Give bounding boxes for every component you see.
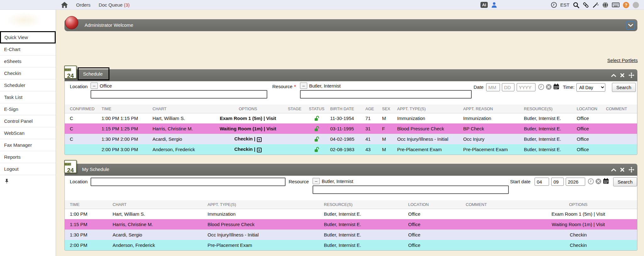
column-header-resources[interactable]: RESOURCE(S) <box>323 200 407 209</box>
date-yyyy-input[interactable] <box>517 83 536 91</box>
calendar-picker-icon[interactable] <box>553 83 559 91</box>
options-links[interactable]: Checkin <box>570 232 587 237</box>
search-icon[interactable] <box>573 2 579 8</box>
column-header-time[interactable]: TIME <box>65 200 111 209</box>
schedule-search-button[interactable]: Search <box>612 83 636 92</box>
table-row[interactable]: 1:15 PMHarris, Christine M.Blood Pressur… <box>65 219 637 230</box>
options-links[interactable]: Waiting Room (1m) | Visit <box>219 126 276 131</box>
sidebar-item-control-panel[interactable]: Control Panel <box>0 115 56 127</box>
options-links[interactable]: Exam Room 1 (5m) | Visit <box>220 116 276 121</box>
column-header-chart[interactable]: CHART <box>151 105 211 113</box>
plus-box-icon[interactable]: + <box>257 137 262 142</box>
unlocked-padlock-icon[interactable] <box>314 115 319 121</box>
location-input[interactable] <box>91 178 286 186</box>
column-header-chart[interactable]: CHART <box>111 200 206 209</box>
nav-doc-queue[interactable]: Doc Queue (3) <box>99 2 130 8</box>
collapse-portlet-icon[interactable] <box>611 74 616 77</box>
column-header-birth_date[interactable]: BIRTH DATE <box>329 105 364 113</box>
location-input[interactable] <box>91 90 267 99</box>
move-portlet-icon[interactable] <box>629 167 634 173</box>
close-portlet-icon[interactable] <box>620 168 624 172</box>
user-icon[interactable] <box>491 2 497 8</box>
clear-date-icon[interactable] <box>546 84 552 91</box>
clock-icon[interactable] <box>551 2 557 8</box>
select-portlets-link[interactable]: Select Portlets <box>607 58 638 63</box>
resource-collapse-button[interactable]: – <box>300 82 307 89</box>
pin-sidebar-button[interactable] <box>0 175 56 188</box>
column-header-sex[interactable]: SEX <box>381 105 396 113</box>
table-row[interactable]: 1:30 PMAcardi, SergioOcc Injury/Illness … <box>65 230 637 240</box>
column-header-location[interactable]: LOCATION <box>407 200 464 209</box>
unlocked-padlock-icon[interactable] <box>314 126 319 131</box>
keyboard-icon[interactable] <box>612 3 619 7</box>
sidebar-item-logout[interactable]: Logout <box>0 163 56 175</box>
time-picker-icon[interactable] <box>538 84 544 91</box>
sidebar-item-quick-view[interactable]: Quick View <box>0 31 56 43</box>
location-collapse-button[interactable]: – <box>91 82 98 89</box>
sidebar-item-reports[interactable]: Reports <box>0 151 56 163</box>
help-icon[interactable]: ? <box>623 2 629 8</box>
sidebar-item-esheets[interactable]: eSheets <box>0 55 56 67</box>
table-row[interactable]: C1:30 PM 2:00 PMAcardi, SergioCheckin |+… <box>65 134 637 144</box>
table-row[interactable]: 2:00 PMAnderson, FrederickPre-Placement … <box>65 240 637 250</box>
sidebar-item-webscan[interactable]: WebScan <box>0 127 56 139</box>
ai-badge[interactable]: AI <box>480 2 488 8</box>
my-schedule-search-button[interactable]: Search <box>613 177 637 186</box>
options-links[interactable]: Checkin | <box>234 136 255 141</box>
column-header-location[interactable]: LOCATION <box>575 105 605 113</box>
column-header-comment[interactable]: COMMENT <box>464 200 519 209</box>
table-row[interactable]: C1:15 PM 1:25 PMHarris, Christine M.Wait… <box>65 123 637 134</box>
sidebar-item-e-sign[interactable]: E-Sign <box>0 103 56 115</box>
sidebar-item-task-list[interactable]: Task List <box>0 91 56 103</box>
options-links[interactable]: Waiting Room (1m) | Visit <box>552 222 605 227</box>
collapse-portlet-icon[interactable] <box>611 168 616 171</box>
resource-input[interactable] <box>300 90 472 99</box>
column-header-appt_reason[interactable]: APPT. REASON <box>462 105 523 113</box>
options-links[interactable]: Checkin <box>570 242 587 248</box>
status-circle-icon[interactable] <box>633 2 639 8</box>
time-select[interactable]: All Day <box>576 83 605 92</box>
clear-date-icon[interactable] <box>595 178 602 186</box>
link-icon[interactable] <box>583 2 589 8</box>
resource-input[interactable] <box>313 185 509 194</box>
plus-box-icon[interactable]: + <box>257 148 262 152</box>
unlocked-padlock-icon[interactable] <box>314 136 319 141</box>
welcome-collapse-button[interactable] <box>626 21 635 30</box>
column-header-resources[interactable]: RESOURCE(S) <box>523 105 575 113</box>
column-header-confirmed[interactable]: CONFIRMED <box>65 105 100 113</box>
table-row[interactable]: C1:00 PM 1:15 PMHart, William S.Exam Roo… <box>65 113 637 123</box>
date-mm-input[interactable] <box>486 83 500 91</box>
unlocked-padlock-icon[interactable] <box>314 146 319 152</box>
start-mm-input[interactable] <box>535 178 549 186</box>
start-yyyy-input[interactable] <box>566 178 585 186</box>
table-row[interactable]: 2:00 PM 3:00 PMAnderson, FrederickChecki… <box>65 144 637 155</box>
sidebar-item-checkin[interactable]: Checkin <box>0 67 56 79</box>
column-header-appt_types[interactable]: APPT. TYPE(S) <box>206 200 323 209</box>
column-header-status[interactable]: STATUS <box>304 105 329 113</box>
sidebar-item-e-chart[interactable]: E-Chart <box>0 43 56 55</box>
date-dd-input[interactable] <box>502 83 514 91</box>
options-links[interactable]: Exam Room 1 (5m) | Visit <box>552 211 605 217</box>
cell-appt_types: Blood Pressure Check <box>206 219 323 230</box>
home-icon[interactable] <box>61 2 68 8</box>
table-row[interactable]: 1:00 PMHart, William S.ImmunizationButle… <box>65 209 637 219</box>
column-header-appt_types[interactable]: APPT. TYPE(S) <box>396 105 462 113</box>
options-links[interactable]: Checkin | <box>234 146 255 152</box>
resource-collapse-button[interactable]: – <box>313 178 320 184</box>
sidebar-item-scheduler[interactable]: Scheduler <box>0 79 56 91</box>
column-header-comment[interactable]: COMMENT <box>605 105 637 113</box>
column-header-options[interactable]: OPTIONS <box>211 105 285 113</box>
nav-orders[interactable]: Orders <box>76 2 91 8</box>
sidebar-item-fax-manager[interactable]: Fax Manager <box>0 139 56 151</box>
column-header-age[interactable]: AGE <box>364 105 381 113</box>
time-picker-icon[interactable] <box>588 178 594 186</box>
column-header-time[interactable]: TIME <box>100 105 151 113</box>
close-portlet-icon[interactable] <box>620 73 624 77</box>
column-header-options[interactable]: OPTIONS <box>519 200 637 209</box>
start-dd-input[interactable] <box>551 178 564 186</box>
calendar-picker-icon[interactable] <box>603 178 609 185</box>
column-header-stage[interactable]: STAGE <box>285 105 304 113</box>
move-portlet-icon[interactable] <box>629 72 634 78</box>
globe-icon[interactable] <box>602 2 608 8</box>
magic-wand-icon[interactable] <box>592 2 599 8</box>
